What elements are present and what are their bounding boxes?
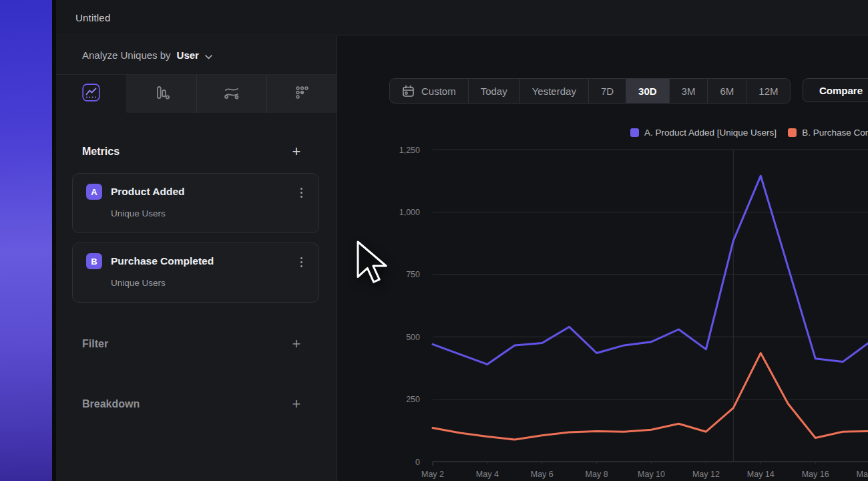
metric-measure[interactable]: Unique Users bbox=[111, 278, 309, 288]
svg-text:May 4: May 4 bbox=[476, 470, 499, 479]
breakdown-title: Breakdown bbox=[82, 398, 140, 410]
line-chart-icon bbox=[82, 84, 100, 104]
svg-text:May 10: May 10 bbox=[638, 470, 665, 479]
metric-badge-a: A bbox=[86, 184, 102, 200]
svg-text:750: 750 bbox=[406, 270, 420, 279]
svg-text:May 12: May 12 bbox=[692, 470, 720, 479]
svg-text:1,000: 1,000 bbox=[399, 208, 420, 217]
brand-gradient-stripe bbox=[0, 0, 52, 481]
tab-flow-chart[interactable] bbox=[196, 75, 266, 113]
svg-text:0: 0 bbox=[415, 458, 420, 467]
filter-header: Filter + bbox=[56, 333, 337, 355]
flow-icon bbox=[222, 84, 241, 105]
svg-text:May 8: May 8 bbox=[586, 470, 608, 479]
filter-title: Filter bbox=[82, 338, 108, 350]
add-filter-button[interactable]: + bbox=[288, 336, 304, 352]
analyze-label: Analyze Uniques by bbox=[82, 49, 171, 61]
tab-bar-chart[interactable] bbox=[126, 75, 196, 113]
svg-text:500: 500 bbox=[406, 333, 420, 342]
metric-badge-b: B bbox=[86, 253, 102, 269]
svg-text:May 16: May 16 bbox=[802, 470, 829, 479]
metric-measure[interactable]: Unique Users bbox=[111, 208, 309, 218]
chart-panel: CustomTodayYesterday7D30D3M6M12M Compare… bbox=[338, 36, 868, 481]
svg-text:1,250: 1,250 bbox=[399, 146, 420, 155]
report-title[interactable]: Untitled bbox=[75, 12, 110, 23]
chart-type-tabstrip bbox=[56, 75, 337, 113]
sidebar: Analyze Uniques by User bbox=[56, 36, 337, 481]
metric-options-kebab-icon[interactable] bbox=[294, 254, 308, 270]
svg-text:May 14: May 14 bbox=[747, 470, 775, 479]
metrics-header: Metrics + bbox=[56, 140, 337, 164]
breakdown-header: Breakdown + bbox=[56, 393, 337, 415]
metrics-title: Metrics bbox=[82, 146, 120, 158]
svg-text:May 18: May 18 bbox=[857, 470, 868, 479]
tab-grid-dots[interactable] bbox=[266, 75, 337, 113]
svg-text:May 2: May 2 bbox=[421, 470, 444, 479]
chevron-down-icon[interactable] bbox=[205, 50, 212, 62]
analyze-entity-dropdown[interactable]: User bbox=[177, 49, 199, 61]
bar-chart-icon bbox=[152, 84, 171, 105]
svg-text:250: 250 bbox=[406, 395, 420, 404]
top-bar: Untitled bbox=[56, 0, 868, 35]
metric-card-b[interactable]: B Purchase Completed Unique Users bbox=[72, 243, 319, 303]
line-chart[interactable]: 02505007501,0001,250May 2May 4May 6May 8… bbox=[338, 36, 868, 481]
add-breakdown-button[interactable]: + bbox=[288, 396, 304, 412]
add-metric-button[interactable]: + bbox=[288, 144, 304, 160]
metric-name: Purchase Completed bbox=[111, 255, 214, 267]
svg-text:May 6: May 6 bbox=[531, 470, 554, 479]
metric-card-a[interactable]: A Product Added Unique Users bbox=[72, 173, 319, 233]
metric-options-kebab-icon[interactable] bbox=[294, 184, 308, 200]
analyze-row: Analyze Uniques by User bbox=[56, 36, 337, 75]
grid-dots-icon bbox=[292, 84, 311, 105]
tab-line-chart[interactable] bbox=[56, 75, 126, 113]
metric-name: Product Added bbox=[111, 186, 185, 198]
